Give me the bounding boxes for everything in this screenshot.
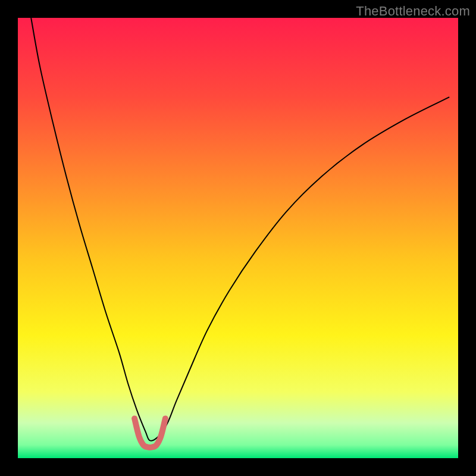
chart-frame: TheBottleneck.com <box>0 0 476 476</box>
watermark-text: TheBottleneck.com <box>356 4 470 19</box>
chart-svg <box>18 18 458 458</box>
plot-area <box>18 18 458 458</box>
